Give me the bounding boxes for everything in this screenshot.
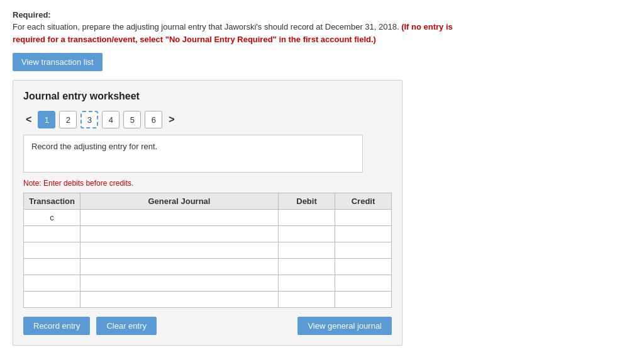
table-row: c [24, 210, 392, 226]
record-entry-button[interactable]: Record entry [23, 317, 90, 335]
table-row [24, 292, 392, 308]
table-row [24, 259, 392, 275]
clear-entry-button[interactable]: Clear entry [96, 317, 157, 335]
credit-input-4[interactable] [335, 259, 391, 275]
journal-entry-worksheet: Journal entry worksheet < 1 2 3 4 5 6 > … [13, 80, 402, 346]
debit-cell-3[interactable] [279, 242, 335, 259]
table-row [24, 226, 392, 242]
next-tab-button[interactable]: > [166, 113, 177, 127]
general-journal-cell-6[interactable] [80, 292, 278, 308]
general-journal-input-3[interactable] [80, 242, 278, 258]
debit-input-1[interactable] [279, 210, 335, 225]
col-header-debit: Debit [279, 193, 335, 210]
credit-cell-6[interactable] [335, 292, 392, 308]
general-journal-cell-2[interactable] [80, 226, 278, 242]
general-journal-cell-3[interactable] [80, 242, 278, 259]
credit-cell-4[interactable] [335, 259, 392, 275]
debit-input-5[interactable] [279, 275, 335, 291]
general-journal-input-1[interactable] [80, 210, 278, 225]
table-row [24, 275, 392, 292]
col-header-transaction: Transaction [24, 193, 80, 210]
debit-cell-6[interactable] [279, 292, 335, 308]
general-journal-input-5[interactable] [80, 275, 278, 291]
tab-5[interactable]: 5 [123, 111, 141, 128]
view-transaction-button[interactable]: View transaction list [13, 53, 103, 71]
tab-3[interactable]: 3 [80, 111, 98, 128]
credit-input-5[interactable] [335, 275, 391, 291]
credit-cell-1[interactable] [335, 210, 392, 226]
prev-tab-button[interactable]: < [23, 113, 34, 127]
view-general-journal-button[interactable]: View general journal [297, 317, 392, 335]
journal-table: Transaction General Journal Debit Credit… [23, 193, 392, 308]
entry-description: Record the adjusting entry for rent. [23, 135, 363, 173]
table-row [24, 242, 392, 259]
general-journal-cell-5[interactable] [80, 275, 278, 292]
general-journal-input-2[interactable] [80, 226, 278, 242]
credit-cell-3[interactable] [335, 242, 392, 259]
credit-input-1[interactable] [335, 210, 391, 225]
tab-4[interactable]: 4 [102, 111, 119, 128]
col-header-credit: Credit [335, 193, 392, 210]
transaction-cell-6 [24, 292, 80, 308]
entry-note: Note: Enter debits before credits. [23, 179, 392, 188]
instructions-text: For each situation, prepare the adjustin… [13, 21, 453, 45]
debit-cell-2[interactable] [279, 226, 335, 242]
debit-cell-5[interactable] [279, 275, 335, 292]
instructions-normal: For each situation, prepare the adjustin… [13, 22, 399, 31]
general-journal-cell-1[interactable] [80, 210, 278, 226]
worksheet-title: Journal entry worksheet [23, 91, 392, 102]
credit-input-3[interactable] [335, 242, 391, 258]
general-journal-input-4[interactable] [80, 259, 278, 275]
debit-cell-1[interactable] [279, 210, 335, 226]
credit-cell-5[interactable] [335, 275, 392, 292]
transaction-cell-5 [24, 275, 80, 292]
debit-cell-4[interactable] [279, 259, 335, 275]
tab-1[interactable]: 1 [38, 111, 55, 128]
debit-input-3[interactable] [279, 242, 335, 258]
credit-input-2[interactable] [335, 226, 391, 242]
actions-row: Record entry Clear entry View general jo… [23, 317, 392, 335]
transaction-cell-4 [24, 259, 80, 275]
debit-input-6[interactable] [279, 292, 335, 307]
transaction-cell-3 [24, 242, 80, 259]
col-header-general-journal: General Journal [80, 193, 278, 210]
debit-input-4[interactable] [279, 259, 335, 275]
tab-2[interactable]: 2 [59, 111, 77, 128]
transaction-cell-2 [24, 226, 80, 242]
tab-6[interactable]: 6 [145, 111, 162, 128]
tab-navigation: < 1 2 3 4 5 6 > [23, 111, 392, 128]
transaction-cell-1: c [24, 210, 80, 226]
general-journal-cell-4[interactable] [80, 259, 278, 275]
debit-input-2[interactable] [279, 226, 335, 242]
credit-cell-2[interactable] [335, 226, 392, 242]
general-journal-input-6[interactable] [80, 292, 278, 307]
required-label: Required: [13, 10, 631, 20]
credit-input-6[interactable] [335, 292, 391, 307]
